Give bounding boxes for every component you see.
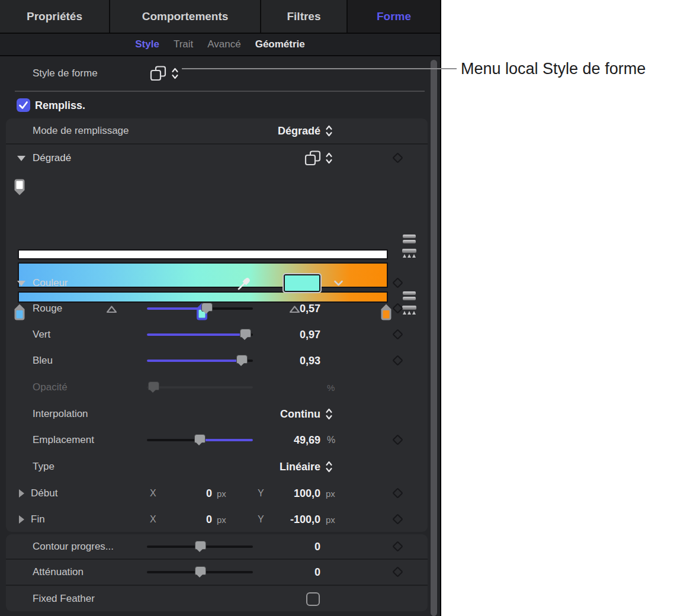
interpolation-label: Interpolation: [33, 408, 88, 420]
callout-line: [182, 68, 457, 69]
opacity-label: Opacité: [33, 381, 68, 393]
fixed-feather-label: Fixed Feather: [33, 593, 95, 605]
slider-thumb: [148, 381, 158, 393]
falloff-row: Atténuation 0: [6, 560, 428, 585]
type-value[interactable]: Linéaire: [201, 460, 320, 473]
keyframe-diamond-icon[interactable]: [392, 277, 403, 288]
tab-label: Filtres: [287, 10, 320, 23]
shape-style-label: Style de forme: [33, 68, 98, 79]
vertical-scrollbar[interactable]: [431, 60, 437, 616]
opacity-stop-handle[interactable]: [13, 179, 26, 195]
location-row: Emplacement 49,69 %: [6, 427, 428, 453]
end-row: Fin X 0 px Y -100,0 px: [6, 506, 428, 532]
color-row: Couleur: [6, 270, 428, 296]
callout-text: Menu local Style de forme: [461, 60, 646, 78]
fill-mode-row: Mode de remplissage Dégradé: [6, 118, 428, 143]
green-value[interactable]: 0,97: [201, 328, 320, 341]
divider: [15, 91, 425, 92]
type-label: Type: [33, 461, 54, 473]
popup-updown-icon[interactable]: [171, 67, 179, 80]
start-x-unit: px: [217, 488, 226, 498]
shape-subtab-bar: Style Trait Avancé Géométrie: [0, 34, 440, 56]
tab-label: Forme: [377, 10, 411, 23]
keyframe-diamond-icon[interactable]: [392, 541, 403, 551]
distribute-opacity-stops-icon[interactable]: [402, 249, 416, 258]
location-label: Emplacement: [33, 434, 94, 446]
falloff-label: Atténuation: [33, 566, 84, 578]
fill-mode-value[interactable]: Dégradé: [201, 125, 320, 137]
location-value[interactable]: 49,69: [201, 434, 320, 447]
preset-squares-icon[interactable]: [149, 66, 167, 82]
popup-updown-icon[interactable]: [325, 460, 333, 473]
fill-settings-group: Mode de remplissage Dégradé Dégradé: [6, 118, 428, 532]
subtab-trait[interactable]: Trait: [174, 38, 193, 50]
opacity-bar[interactable]: [18, 249, 388, 259]
interpolation-value[interactable]: Continu: [201, 408, 320, 420]
keyframe-diamond-icon[interactable]: [392, 303, 403, 313]
fixed-feather-row: Fixed Feather: [6, 586, 428, 611]
start-y-value[interactable]: 100,0: [261, 487, 320, 499]
eyedropper-icon[interactable]: [236, 275, 253, 291]
popup-updown-icon[interactable]: [325, 124, 333, 137]
reverse-opacity-stops-icon[interactable]: [403, 235, 416, 245]
shape-style-row: Style de forme: [0, 56, 440, 91]
start-x-value[interactable]: 0: [165, 487, 212, 499]
red-value[interactable]: 0,57: [201, 303, 320, 315]
chevron-down-icon[interactable]: [333, 280, 344, 286]
disclosure-down-icon[interactable]: [17, 281, 25, 286]
fill-mode-label: Mode de remplissage: [33, 125, 129, 137]
subtab-style[interactable]: Style: [135, 38, 159, 50]
location-unit: %: [327, 435, 335, 445]
keyframe-diamond-icon[interactable]: [392, 355, 403, 365]
keyframe-diamond-icon[interactable]: [392, 487, 403, 498]
opacity-row: Opacité %: [6, 374, 428, 400]
red-label: Rouge: [33, 303, 62, 315]
fill-checkbox-label: Rempliss.: [35, 100, 85, 112]
green-label: Vert: [33, 329, 50, 341]
disclosure-right-icon[interactable]: [19, 515, 24, 524]
type-row: Type Linéaire: [6, 453, 428, 480]
keyframe-diamond-icon[interactable]: [392, 434, 403, 445]
fixed-feather-checkbox[interactable]: [306, 592, 320, 606]
popup-updown-icon[interactable]: [325, 152, 333, 165]
tab-forme[interactable]: Forme: [348, 0, 440, 33]
opacity-slider: [147, 381, 253, 394]
disclosure-down-icon[interactable]: [17, 156, 25, 161]
tab-label: Propriétés: [27, 10, 82, 23]
green-row: Vert 0,97: [6, 321, 428, 348]
keyframe-diamond-icon[interactable]: [392, 329, 403, 339]
interpolation-row: Interpolation Continu: [6, 400, 428, 427]
end-x-unit: px: [217, 514, 226, 524]
tab-label: Comportements: [142, 10, 229, 23]
end-x-value[interactable]: 0: [165, 513, 212, 525]
keyframe-diamond-icon[interactable]: [392, 514, 403, 524]
fill-row: Rempliss.: [0, 94, 440, 117]
axis-x-label: X: [150, 488, 156, 499]
popup-updown-icon[interactable]: [325, 408, 333, 421]
opacity-unit: %: [327, 382, 335, 392]
red-row: Rouge 0,57: [6, 296, 428, 321]
keyframe-diamond-icon[interactable]: [392, 566, 403, 577]
gradient-header-row: Dégradé: [6, 145, 428, 172]
feathering-row: Contour progres... 0: [6, 534, 428, 559]
subtab-avance[interactable]: Avancé: [207, 38, 240, 50]
tab-proprietes[interactable]: Propriétés: [0, 0, 110, 33]
fill-checkbox[interactable]: [17, 98, 30, 112]
feathering-value[interactable]: 0: [201, 540, 320, 553]
inspector-tab-bar: Propriétés Comportements Filtres Forme: [0, 0, 440, 34]
subtab-geometrie[interactable]: Géométrie: [255, 38, 305, 50]
end-y-unit: px: [326, 514, 335, 524]
start-y-unit: px: [326, 488, 335, 498]
keyframe-diamond-icon[interactable]: [392, 152, 403, 163]
blue-value[interactable]: 0,93: [201, 355, 320, 367]
end-y-value[interactable]: -100,0: [261, 513, 320, 525]
tab-filtres[interactable]: Filtres: [261, 0, 348, 33]
preset-squares-icon[interactable]: [304, 150, 322, 166]
falloff-value[interactable]: 0: [201, 566, 320, 579]
color-swatch[interactable]: [283, 273, 322, 293]
tab-comportements[interactable]: Comportements: [110, 0, 261, 33]
start-row: Début X 0 px Y 100,0 px: [6, 480, 428, 506]
disclosure-right-icon[interactable]: [19, 489, 24, 498]
axis-x-label: X: [150, 514, 156, 525]
inspector-panel: Propriétés Comportements Filtres Forme S…: [0, 0, 441, 616]
